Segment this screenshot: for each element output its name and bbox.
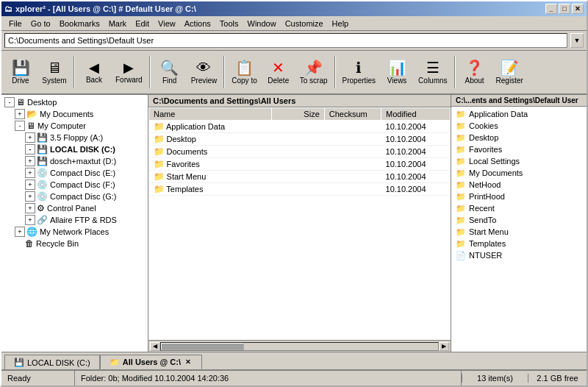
menu-bookmarks[interactable]: Bookmarks: [55, 18, 104, 29]
menu-file[interactable]: File: [4, 18, 26, 29]
right-panel-item[interactable]: 📁PrintHood: [453, 191, 586, 202]
address-dropdown-button[interactable]: ▼: [570, 33, 584, 48]
tree-item-dosch[interactable]: + dosch+maxtut (D:): [3, 155, 146, 167]
cell-size: [272, 171, 325, 183]
scrollbar-right-arrow[interactable]: ▶: [439, 342, 449, 351]
table-row[interactable]: 📁 Desktop 10.10.2004: [149, 133, 451, 146]
right-panel-item[interactable]: 📁Start Menu: [453, 226, 586, 238]
preview-button[interactable]: 👁 Preview: [187, 53, 221, 91]
columns-button[interactable]: ☰ Columns: [415, 53, 451, 91]
right-panel-header: C:\...ents and Settings\Default User: [451, 95, 587, 107]
table-row[interactable]: 📁 Start Menu 10.10.2004: [149, 171, 451, 183]
menu-bar: File Go to Bookmarks Mark Edit View Acti…: [1, 16, 587, 31]
tree-item-mycomputer[interactable]: - My Computer: [3, 120, 146, 132]
menu-window[interactable]: Window: [243, 18, 281, 29]
right-item-icon: 📁: [456, 216, 466, 225]
right-panel-item[interactable]: 📁Desktop: [453, 132, 586, 143]
menu-mark[interactable]: Mark: [104, 18, 131, 29]
col-header-name[interactable]: Name: [149, 108, 272, 121]
tree-expand-controlpanel[interactable]: +: [25, 203, 35, 213]
toscrap-button[interactable]: 📌 To scrap: [296, 53, 331, 91]
right-panel-item[interactable]: 📁My Documents: [453, 167, 586, 179]
delete-button[interactable]: ✕ Delete: [262, 53, 295, 91]
right-item-icon: 📁: [456, 110, 466, 119]
minimize-button[interactable]: _: [545, 4, 557, 14]
properties-button[interactable]: ℹ Properties: [339, 53, 380, 91]
menu-help[interactable]: Help: [328, 18, 354, 29]
col-header-checksum[interactable]: Checksum: [324, 108, 381, 121]
table-row[interactable]: 📁 Favorites 10.10.2004: [149, 158, 451, 171]
scrollbar-thumb[interactable]: [161, 343, 244, 350]
forward-button[interactable]: ▶ Forward: [112, 53, 146, 91]
tree-item-cdg[interactable]: + Compact Disc (G:): [3, 191, 146, 202]
views-icon: 📊: [388, 60, 406, 75]
tab-allusers[interactable]: 📁 All Users @ C:\ ✕: [100, 355, 202, 369]
table-row[interactable]: 📁 Application Data 10.10.2004: [149, 121, 451, 133]
right-panel-item[interactable]: 📁Cookies: [453, 120, 586, 132]
menu-customize[interactable]: Customize: [281, 18, 328, 29]
file-table[interactable]: Name Size Checksum Modified 📁 Applicatio…: [148, 107, 451, 340]
tab-allusers-label: All Users @ C:\: [123, 358, 181, 366]
tree-expand-cdf[interactable]: +: [25, 180, 35, 190]
register-button[interactable]: 📝 Register: [492, 53, 527, 91]
table-row[interactable]: 📁 Documents 10.10.2004: [149, 146, 451, 158]
tree-item-cde[interactable]: + Compact Disc (E:): [3, 167, 146, 179]
menu-edit[interactable]: Edit: [131, 18, 154, 29]
tree-expand-mycomputer[interactable]: -: [15, 121, 25, 131]
tree-expand-cde[interactable]: +: [25, 168, 35, 178]
about-button[interactable]: ❓ About: [459, 53, 491, 91]
tree-item-floppy[interactable]: + 3.5 Floppy (A:): [3, 132, 146, 143]
tree-item-mynetwork[interactable]: + My Network Places: [3, 226, 146, 238]
tree-expand-cdg[interactable]: +: [25, 191, 35, 202]
cell-modified: 10.10.2004: [381, 121, 451, 133]
col-header-size[interactable]: Size: [272, 108, 325, 121]
right-panel-item[interactable]: 📄NTUSER: [453, 249, 586, 261]
right-panel-item[interactable]: 📁Local Settings: [453, 155, 586, 167]
tree-expand-mynetwork[interactable]: +: [15, 227, 25, 237]
tree-item-localdisk[interactable]: - LOCAL DISK (C:): [3, 143, 146, 155]
tree-item-cdf[interactable]: + Compact Disc (F:): [3, 179, 146, 191]
tree-expand-allaireftp[interactable]: +: [25, 215, 35, 225]
close-button[interactable]: ✕: [572, 4, 584, 14]
menu-actions[interactable]: Actions: [180, 18, 215, 29]
tab-localdisk[interactable]: 💾 LOCAL DISK (C:): [4, 355, 100, 369]
system-button[interactable]: 🖥 System: [38, 53, 71, 91]
title-bar: 🗂 xplorer² - [All Users @ C:\] # Default…: [1, 1, 587, 16]
tree-item-controlpanel[interactable]: + Control Panel: [3, 202, 146, 214]
right-panel-item[interactable]: 📁Templates: [453, 238, 586, 249]
tree-item-recycle[interactable]: Recycle Bin: [3, 238, 146, 249]
menu-goto[interactable]: Go to: [26, 18, 55, 29]
right-panel-item[interactable]: 📁SendTo: [453, 214, 586, 226]
right-panel-item[interactable]: 📁Application Data: [453, 108, 586, 120]
scrollbar-left-arrow[interactable]: ◀: [150, 342, 160, 351]
col-header-modified[interactable]: Modified: [381, 108, 451, 121]
views-button[interactable]: 📊 Views: [381, 53, 413, 91]
menu-tools[interactable]: Tools: [215, 18, 243, 29]
tree-item-desktop[interactable]: - Desktop: [3, 96, 146, 108]
back-button[interactable]: ◀ Back: [78, 53, 110, 91]
address-input[interactable]: [4, 33, 567, 48]
mid-panel-scrollbar[interactable]: ◀ ▶: [148, 340, 451, 352]
tree-expand-mydocs[interactable]: +: [15, 109, 25, 119]
right-panel-item[interactable]: 📁Favorites: [453, 143, 586, 155]
menu-view[interactable]: View: [154, 18, 180, 29]
tree-item-allaireftp[interactable]: + Allaire FTP & RDS: [3, 214, 146, 226]
drive-button[interactable]: 💾 Drive: [4, 53, 37, 91]
right-item-icon: 📁: [456, 227, 466, 237]
tree-expand-desktop[interactable]: -: [4, 97, 15, 107]
table-row[interactable]: 📁 Templates 10.10.2004: [149, 183, 451, 196]
copyto-button[interactable]: 📋 Copy to: [228, 53, 260, 91]
status-info: Folder: 0b; Modified 10.10.2004 14:20:36: [75, 371, 462, 386]
tree-item-mydocs[interactable]: + My Documents: [3, 108, 146, 120]
right-item-icon: 📁: [456, 145, 466, 155]
find-button[interactable]: 🔍 Find: [154, 53, 186, 91]
maximize-button[interactable]: □: [559, 4, 570, 14]
tree-expand-floppy[interactable]: +: [25, 132, 35, 143]
tree-expand-dosch[interactable]: +: [25, 156, 35, 166]
scrollbar-track[interactable]: [160, 342, 439, 351]
right-item-icon: 📁: [456, 133, 466, 143]
tab-close-button[interactable]: ✕: [184, 358, 193, 366]
right-panel-item[interactable]: 📁NetHood: [453, 179, 586, 191]
tree-expand-localdisk[interactable]: -: [25, 144, 35, 155]
right-panel-item[interactable]: 📁Recent: [453, 202, 586, 214]
